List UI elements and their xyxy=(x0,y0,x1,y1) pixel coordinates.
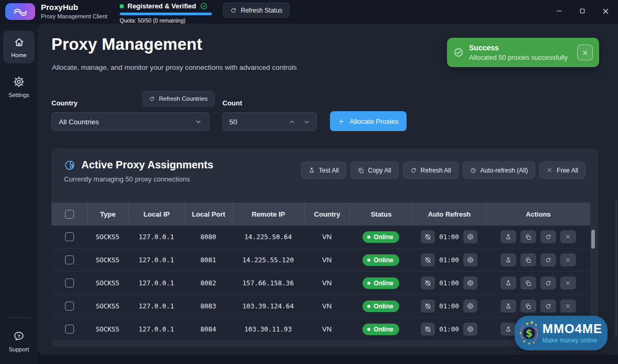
cell-country: VN xyxy=(304,249,349,271)
free-proxy-button[interactable] xyxy=(560,230,576,243)
cell-country: VN xyxy=(304,295,349,317)
online-dot xyxy=(367,259,370,262)
copy-icon xyxy=(358,167,364,174)
timer-off-button[interactable] xyxy=(421,323,435,336)
timer-off-button[interactable] xyxy=(421,230,435,243)
cell-type: SOCKS5 xyxy=(87,226,128,248)
close-button[interactable] xyxy=(602,7,610,15)
cell-local-ip: 127.0.0.1 xyxy=(128,318,185,340)
copy-all-button[interactable]: Copy All xyxy=(350,162,399,179)
sidebar-item-settings[interactable]: Settings xyxy=(3,70,35,103)
auto-refresh-settings-button[interactable] xyxy=(463,299,477,313)
wave-logo-icon xyxy=(10,5,31,18)
app-subtitle: Proxy Management Client xyxy=(41,13,108,19)
svg-text:★: ★ xyxy=(523,339,526,344)
count-increment-button[interactable] xyxy=(289,119,295,125)
country-select[interactable]: All Countries xyxy=(51,112,209,131)
cell-local-ip: 127.0.0.1 xyxy=(128,272,185,294)
svg-text:★: ★ xyxy=(525,322,529,326)
free-proxy-button[interactable] xyxy=(560,276,576,290)
free-proxy-button[interactable] xyxy=(560,253,576,266)
panel-action-buttons: Test All Copy All Refresh All Auto-refre… xyxy=(301,162,585,183)
refresh-proxy-button[interactable] xyxy=(540,276,556,290)
cell-country: VN xyxy=(304,272,349,294)
x-icon xyxy=(565,234,571,240)
count-label: Count xyxy=(222,99,242,107)
row-checkbox[interactable] xyxy=(65,255,74,264)
test-proxy-button[interactable] xyxy=(500,323,516,336)
test-proxy-button[interactable] xyxy=(500,253,516,266)
copy-proxy-button[interactable] xyxy=(520,299,536,313)
count-decrement-button[interactable] xyxy=(303,119,310,125)
column-header-local-ip: Local IP xyxy=(128,202,185,226)
cell-type: SOCKS5 xyxy=(87,295,128,317)
refresh-all-button[interactable]: Refresh All xyxy=(403,162,459,179)
refresh-proxy-button[interactable] xyxy=(540,230,556,243)
timer-off-button[interactable] xyxy=(421,253,435,266)
close-icon xyxy=(602,7,610,15)
refresh-countries-button[interactable]: Refresh Countries xyxy=(142,91,215,106)
refresh-status-button[interactable]: Refresh Status xyxy=(223,3,290,18)
row-checkbox[interactable] xyxy=(65,232,74,241)
auto-refresh-settings-button[interactable] xyxy=(463,276,477,290)
sidebar-item-support[interactable]: Support xyxy=(3,324,35,358)
maximize-button[interactable] xyxy=(579,7,586,15)
refresh-icon xyxy=(545,234,551,240)
flask-icon xyxy=(308,167,315,174)
count-input[interactable] xyxy=(229,118,289,126)
timer-off-button[interactable] xyxy=(421,299,435,313)
auto-refresh-settings-button[interactable] xyxy=(463,323,477,336)
flask-icon xyxy=(505,280,512,286)
test-all-button[interactable]: Test All xyxy=(301,162,346,179)
row-checkbox[interactable] xyxy=(65,302,74,311)
test-proxy-button[interactable] xyxy=(500,230,516,243)
refresh-proxy-button[interactable] xyxy=(540,299,556,313)
flask-icon xyxy=(505,234,512,240)
table-scrollbar-thumb[interactable] xyxy=(591,230,595,249)
refresh-icon xyxy=(545,280,551,286)
status-badge: Online xyxy=(363,324,399,335)
sidebar-item-label: Settings xyxy=(8,92,29,98)
timer-off-icon xyxy=(424,280,431,286)
gear-icon xyxy=(467,256,474,263)
main-scrollbar[interactable] xyxy=(615,200,617,338)
column-header-remote-ip: Remote IP xyxy=(232,202,304,226)
free-all-button[interactable]: Free All xyxy=(539,162,585,179)
select-all-checkbox[interactable] xyxy=(65,210,74,219)
proxy-table: Type Local IP Local Port Remote IP Count… xyxy=(51,202,590,341)
x-icon xyxy=(565,303,571,309)
row-checkbox[interactable] xyxy=(65,325,74,334)
main-content: Proxy Management Allocate, manage, and m… xyxy=(38,24,618,355)
cell-type: SOCKS5 xyxy=(87,318,128,340)
pie-chart-icon xyxy=(64,159,76,171)
cell-local-port: 8081 xyxy=(185,249,232,271)
auto-refresh-all-button[interactable]: Auto-refresh (All) xyxy=(463,162,536,179)
auto-refresh-settings-button[interactable] xyxy=(463,230,477,243)
svg-text:★: ★ xyxy=(519,331,522,335)
copy-icon xyxy=(525,234,531,240)
copy-proxy-button[interactable] xyxy=(520,276,536,290)
test-proxy-button[interactable] xyxy=(500,276,516,290)
cell-remote-ip: 157.66.158.36 xyxy=(232,272,304,294)
timer-off-button[interactable] xyxy=(421,276,435,290)
copy-proxy-button[interactable] xyxy=(520,230,536,243)
table-row: SOCKS5 127.0.0.1 8081 14.225.55.120 VN O… xyxy=(51,249,590,272)
success-toast: Success Allocated 50 proxies successfull… xyxy=(447,38,599,67)
refresh-icon xyxy=(410,167,417,174)
free-proxy-button[interactable] xyxy=(560,299,576,313)
x-icon xyxy=(547,167,552,173)
watermark-brand: MMO4ME xyxy=(542,323,602,335)
cell-local-port: 8082 xyxy=(185,272,232,294)
allocate-proxies-button[interactable]: Allocate Proxies xyxy=(330,111,407,131)
chevron-down-icon xyxy=(303,119,310,125)
sidebar-item-home[interactable]: Home xyxy=(3,30,35,63)
minimize-button[interactable] xyxy=(556,7,563,15)
auto-refresh-settings-button[interactable] xyxy=(463,253,477,266)
row-checkbox[interactable] xyxy=(65,279,74,287)
online-dot xyxy=(367,282,370,285)
cell-remote-ip: 103.30.11.93 xyxy=(232,318,304,340)
refresh-proxy-button[interactable] xyxy=(540,253,556,266)
toast-close-button[interactable] xyxy=(577,45,593,60)
copy-proxy-button[interactable] xyxy=(520,253,536,266)
test-proxy-button[interactable] xyxy=(500,299,516,313)
